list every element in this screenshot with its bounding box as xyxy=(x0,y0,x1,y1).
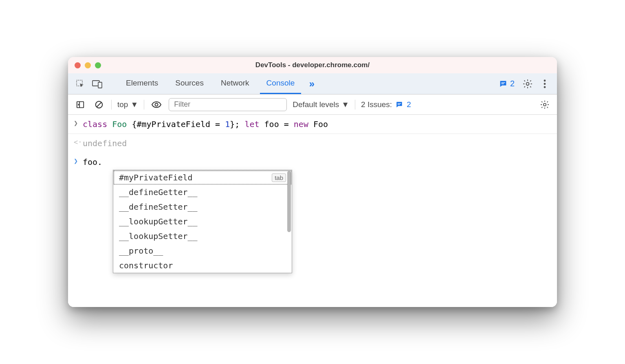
svg-point-5 xyxy=(526,82,529,85)
svg-rect-3 xyxy=(501,82,505,83)
output-marker-icon: <· xyxy=(74,137,82,148)
autocomplete-item-label: __defineGetter__ xyxy=(119,187,198,197)
chevron-down-icon: ▼ xyxy=(341,100,349,109)
devtools-window: DevTools - developer.chrome.com/ Element… xyxy=(68,57,557,307)
divider xyxy=(355,100,355,110)
console-result: <· undefined xyxy=(68,134,557,153)
prompt-marker-icon: ❯ xyxy=(74,156,78,167)
close-window-button[interactable] xyxy=(75,62,81,68)
kebab-menu-icon[interactable] xyxy=(538,77,551,90)
autocomplete-item-label: __lookupSetter__ xyxy=(119,231,198,241)
svg-point-8 xyxy=(544,86,546,88)
autocomplete-item-label: #myPrivateField xyxy=(119,173,193,182)
autocomplete-item[interactable]: __lookupSetter__ xyxy=(113,229,292,243)
autocomplete-item[interactable]: __defineSetter__ xyxy=(113,200,292,214)
maximize-window-button[interactable] xyxy=(95,62,101,68)
tab-console[interactable]: Console xyxy=(260,73,301,94)
svg-rect-4 xyxy=(501,83,504,84)
traffic-lights xyxy=(75,62,101,68)
console-toolbar: top ▼ Default levels ▼ 2 Issues: 2 xyxy=(68,94,557,115)
autocomplete-item-label: __defineSetter__ xyxy=(119,202,198,212)
titlebar: DevTools - developer.chrome.com/ xyxy=(68,57,557,73)
code-line: class Foo {#myPrivateField = 1}; let foo… xyxy=(83,119,328,129)
autocomplete-item[interactable]: __lookupGetter__ xyxy=(113,214,292,229)
autocomplete-item-label: constructor xyxy=(119,261,173,270)
live-expression-icon[interactable] xyxy=(150,98,163,111)
svg-point-16 xyxy=(544,103,546,105)
scrollbar-thumb[interactable] xyxy=(287,171,291,232)
messages-count: 2 xyxy=(510,79,515,88)
autocomplete-item[interactable]: #myPrivateFieldtab xyxy=(113,170,292,185)
context-select[interactable]: top ▼ xyxy=(117,100,138,109)
chevron-down-icon: ▼ xyxy=(130,100,138,109)
clear-console-icon[interactable] xyxy=(92,98,106,111)
console-settings-icon[interactable] xyxy=(538,98,551,111)
sidebar-toggle-icon[interactable] xyxy=(74,98,87,111)
console-input-echo: ❯ class Foo {#myPrivateField = 1}; let f… xyxy=(68,115,557,134)
minimize-window-button[interactable] xyxy=(85,62,91,68)
svg-line-12 xyxy=(97,102,101,107)
autocomplete-item-label: __proto__ xyxy=(119,246,163,256)
result-value: undefined xyxy=(83,138,127,148)
svg-point-13 xyxy=(155,103,158,106)
filter-input[interactable] xyxy=(169,98,287,111)
console-prompt[interactable]: ❯ foo. xyxy=(68,153,557,171)
svg-rect-15 xyxy=(398,104,400,105)
svg-rect-9 xyxy=(77,101,84,107)
inspect-icon[interactable] xyxy=(74,77,87,90)
tab-hint: tab xyxy=(272,173,286,182)
console-body: ❯ class Foo {#myPrivateField = 1}; let f… xyxy=(68,115,557,307)
tab-sources[interactable]: Sources xyxy=(169,73,210,94)
levels-label: Default levels xyxy=(293,100,339,109)
settings-icon[interactable] xyxy=(521,77,534,90)
messages-badge[interactable]: 2 xyxy=(496,79,517,88)
autocomplete-item[interactable]: __defineGetter__ xyxy=(113,185,292,200)
input-marker-icon: ❯ xyxy=(74,118,78,129)
autocomplete-item-label: __lookupGetter__ xyxy=(119,217,198,226)
svg-point-6 xyxy=(544,79,546,81)
tab-elements[interactable]: Elements xyxy=(119,73,165,94)
svg-rect-14 xyxy=(398,103,401,103)
divider xyxy=(144,100,144,110)
context-value: top xyxy=(117,100,128,109)
panel-tabbar: Elements Sources Network Console » 2 xyxy=(68,73,557,94)
device-toolbar-icon[interactable] xyxy=(91,77,104,90)
issues-icon xyxy=(395,101,403,109)
issues-label: 2 Issues: xyxy=(361,100,392,109)
prompt-text: foo. xyxy=(83,157,102,167)
window-title: DevTools - developer.chrome.com/ xyxy=(68,61,557,69)
autocomplete-popup: #myPrivateFieldtab__defineGetter____defi… xyxy=(113,170,292,273)
tab-network[interactable]: Network xyxy=(214,73,256,94)
autocomplete-item[interactable]: constructor xyxy=(113,258,292,273)
svg-rect-2 xyxy=(98,82,102,88)
autocomplete-item[interactable]: __proto__ xyxy=(113,243,292,258)
svg-point-7 xyxy=(544,83,546,85)
levels-select[interactable]: Default levels ▼ xyxy=(293,100,349,109)
issues-indicator[interactable]: 2 Issues: 2 xyxy=(361,100,411,109)
more-tabs-icon[interactable]: » xyxy=(305,77,318,90)
issues-count: 2 xyxy=(407,100,411,109)
divider xyxy=(111,100,112,110)
